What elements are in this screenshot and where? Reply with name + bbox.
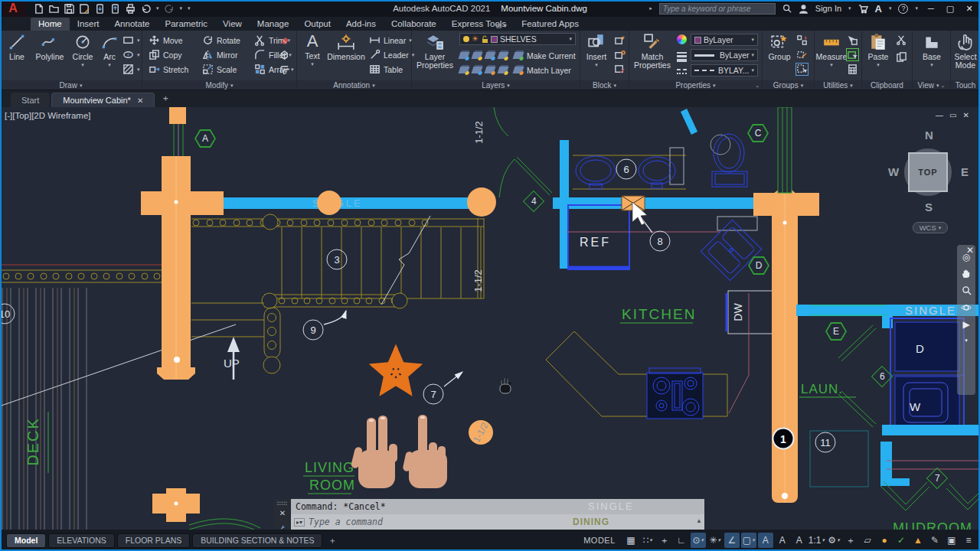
leader-button[interactable]: Leader▾: [369, 48, 414, 61]
copy-clip-button[interactable]: [896, 51, 907, 64]
open-file-icon[interactable]: [49, 4, 59, 14]
command-close-icon[interactable]: ✕: [279, 509, 286, 517]
tab-view[interactable]: View: [215, 18, 250, 31]
panel-title-touch[interactable]: Touch: [951, 80, 980, 90]
new-layout-icon[interactable]: ＋: [328, 535, 336, 546]
new-drawing-tab-icon[interactable]: ＋: [161, 92, 170, 107]
command-grip[interactable]: •••••••••• ✕: [274, 499, 291, 530]
open-from-web-icon[interactable]: [95, 4, 105, 14]
tab-featured-apps[interactable]: Featured Apps: [514, 18, 586, 31]
viewcube-north[interactable]: N: [925, 129, 933, 142]
autocad-logo[interactable]: A: [0, 0, 26, 17]
select-mode-button[interactable]: Select Mode: [952, 32, 978, 80]
group-selection-button[interactable]: [796, 63, 808, 76]
layer-dropdown-arrow[interactable]: ▾: [569, 37, 572, 41]
layout-tab-floor-plans[interactable]: FLOOR PLANS: [117, 533, 191, 548]
copy-button[interactable]: Copy: [149, 48, 182, 61]
command-input[interactable]: ▸▾ Type a command DINING ▲: [291, 514, 704, 530]
erase-button[interactable]: [279, 34, 290, 47]
clean-screen-icon[interactable]: ▣: [944, 533, 959, 548]
line-button[interactable]: Line: [3, 32, 31, 80]
navbar-customize-icon[interactable]: ▾: [965, 336, 968, 345]
panel-title-layers[interactable]: Layers▾: [412, 80, 580, 90]
panel-title-draw[interactable]: Draw▾: [0, 80, 142, 90]
annotation-monitor-icon[interactable]: ＋: [843, 533, 858, 548]
report-pencil-icon[interactable]: ✎: [927, 533, 942, 548]
color-dropdown[interactable]: ByLayer▾: [691, 34, 758, 46]
annotation-scale-button[interactable]: 1:1▾: [808, 533, 825, 548]
linetype-icon[interactable]: [677, 67, 687, 77]
match-layer-button[interactable]: Match Layer: [527, 66, 571, 75]
panel-title-clipboard[interactable]: Clipboard: [862, 80, 912, 90]
drag-handle-icon[interactable]: ••••••••••: [277, 501, 288, 506]
quick-calc-button[interactable]: [847, 63, 858, 76]
panel-title-modify[interactable]: Modify▾: [142, 80, 296, 90]
linear-button[interactable]: Linear▾: [369, 34, 412, 47]
tab-parametric[interactable]: Parametric: [158, 18, 216, 31]
properties-expander-icon[interactable]: ⌄: [755, 83, 760, 88]
layer-on-all-icon[interactable]: [459, 67, 470, 73]
layer-lock-icon[interactable]: [498, 52, 509, 59]
insert-button[interactable]: Insert▾: [583, 32, 610, 80]
close-button[interactable]: ✕: [963, 4, 975, 14]
text-button[interactable]: A Text▾: [300, 32, 325, 80]
panel-title-block[interactable]: Block▾: [580, 80, 629, 90]
group-edit-button[interactable]: [796, 48, 808, 61]
hatch-tool-button[interactable]: ▾: [122, 63, 140, 76]
polyline-button[interactable]: Polyline: [32, 32, 67, 80]
dimension-button[interactable]: Dimension: [326, 32, 366, 80]
isodraft-icon[interactable]: ✳▾: [707, 533, 723, 548]
ungroup-button[interactable]: [796, 34, 808, 47]
user-icon[interactable]: [799, 4, 808, 14]
panel-title-utilities[interactable]: Utilities▾: [815, 80, 861, 90]
move-button[interactable]: Move: [149, 34, 183, 47]
lineweight-icon[interactable]: [677, 51, 687, 62]
id-point-button[interactable]: [847, 48, 858, 61]
undo-dropdown[interactable]: ▾: [156, 6, 159, 11]
match-layer-icon[interactable]: [513, 67, 524, 73]
autodesk-app-dropdown[interactable]: ▾: [889, 6, 892, 11]
close-file-tab-icon[interactable]: ✕: [137, 96, 143, 105]
infer-constraints-icon[interactable]: ＋: [657, 533, 672, 548]
panel-title-view[interactable]: View▾ ⌄: [913, 80, 950, 90]
arc-button[interactable]: Arc▾: [98, 32, 121, 80]
store-cart-icon[interactable]: [858, 4, 868, 14]
layer-properties-button[interactable]: Layer Properties: [415, 32, 455, 80]
file-tab-document[interactable]: Mountview Cabin*✕: [51, 93, 155, 107]
workspace-gear-icon[interactable]: ⚙▾: [826, 533, 841, 548]
zoom-tool-icon[interactable]: [962, 285, 972, 295]
make-current-button[interactable]: Make Current: [527, 51, 576, 60]
redo-button[interactable]: [165, 4, 175, 14]
linetype-dropdown[interactable]: BYLAY...▾: [691, 64, 758, 77]
layout-tab-model[interactable]: Model: [6, 533, 46, 548]
drawing-area[interactable]: SINGLE: [0, 107, 980, 530]
tab-home[interactable]: Home: [31, 18, 70, 31]
save-as-icon[interactable]: [80, 4, 90, 14]
maximize-button[interactable]: ▢: [944, 4, 956, 14]
paste-button[interactable]: Paste▾: [865, 32, 891, 80]
tab-insert[interactable]: Insert: [70, 18, 107, 31]
command-prompt-icon[interactable]: ▸▾: [294, 518, 305, 527]
save-to-web-icon[interactable]: [110, 4, 120, 14]
command-history[interactable]: Command: *Cancel* SINGLE: [291, 499, 704, 514]
ellipse-tool-button[interactable]: ▾: [122, 48, 140, 61]
customize-status-icon[interactable]: ≡: [961, 533, 976, 548]
annotation-visibility-icon[interactable]: A: [758, 533, 773, 548]
layer-thaw-all-icon[interactable]: [472, 67, 483, 73]
polar-tracking-icon[interactable]: ⊙▾: [691, 533, 706, 548]
vp-close-icon[interactable]: ✕: [962, 111, 969, 119]
explode-button[interactable]: [279, 48, 290, 61]
search-icon[interactable]: [782, 4, 792, 13]
tab-collaborate[interactable]: Collaborate: [384, 18, 444, 31]
rotate-button[interactable]: Rotate: [202, 34, 240, 47]
create-block-button[interactable]: [614, 34, 626, 47]
write-block-button[interactable]: [614, 48, 626, 61]
redo-dropdown[interactable]: ▾: [180, 6, 183, 11]
table-button[interactable]: Table: [369, 63, 403, 76]
viewcube-south[interactable]: S: [925, 201, 933, 214]
show-motion-icon[interactable]: ▶: [962, 320, 969, 329]
offset-button[interactable]: [279, 63, 290, 76]
search-expand-icon[interactable]: ▸: [649, 6, 652, 11]
quick-properties-icon[interactable]: ▱: [860, 533, 875, 548]
layout-tab-building-section[interactable]: BUILDING SECTION & NOTES: [192, 533, 322, 548]
